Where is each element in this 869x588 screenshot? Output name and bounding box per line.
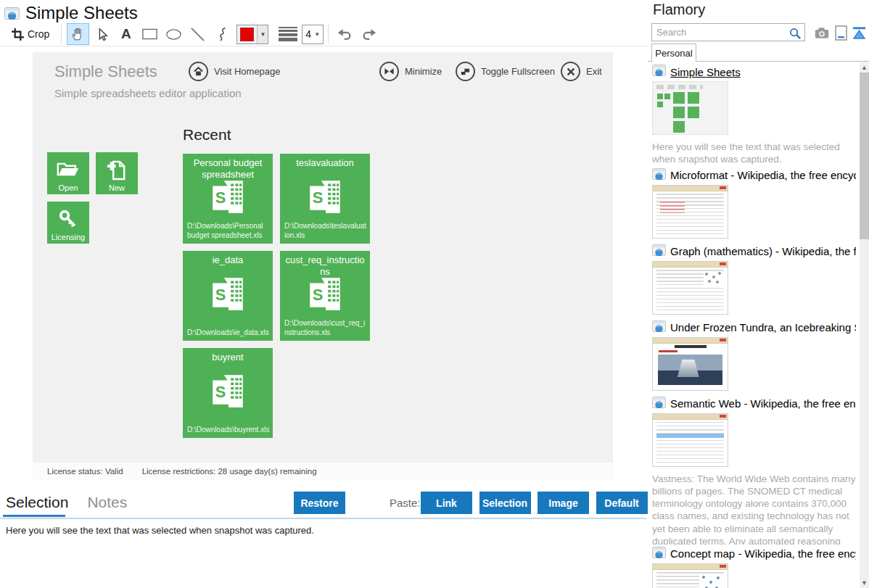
camera-icon[interactable] (814, 25, 830, 43)
scroll-top-icon[interactable] (852, 25, 867, 44)
svg-text:S: S (215, 189, 226, 207)
toggle-fullscreen-button[interactable]: Toggle Fullscreen (456, 62, 555, 81)
recent-heading: Recent (183, 126, 231, 144)
license-restrictions: License restrictions: 28 usage day(s) re… (142, 467, 317, 476)
toolbar-separator (61, 25, 62, 44)
color-swatch-button[interactable] (237, 25, 257, 44)
scrollbar-down-icon[interactable]: ▼ (860, 578, 869, 588)
pointer-tool-button[interactable] (91, 23, 113, 45)
minimize-icon (379, 62, 399, 81)
snapshot-title-link[interactable]: Concept map - Wikipedia, the free encycl… (670, 547, 856, 560)
hand-tool-button[interactable] (67, 23, 89, 45)
open-tile[interactable]: Open (47, 152, 89, 194)
licensing-tile-label: Licensing (52, 233, 85, 241)
rectangle-tool-button[interactable] (139, 23, 161, 45)
snapshot-title-link[interactable]: Simple Sheets (670, 66, 741, 78)
license-status: License status: Valid (47, 467, 123, 476)
snapshot-thumbnail[interactable] (652, 261, 728, 315)
stroke-size-dropdown[interactable]: 4 ▼ (302, 25, 324, 44)
recent-file-name: buyrent (187, 352, 268, 363)
snapshot-selection-text: Here you will see the text that was sele… (652, 141, 856, 166)
svg-text:S: S (313, 189, 324, 207)
recent-file-tile[interactable]: buyrent S D:\Downloads\buyrent.xls (183, 348, 273, 438)
app-tagline: Simple spreadsheets editor application (54, 87, 242, 99)
sidebar-scrollbar[interactable]: ▲ ▼ (860, 62, 869, 588)
licensing-tile[interactable]: Licensing (47, 202, 89, 244)
redo-button[interactable] (358, 23, 380, 45)
snapshot-item[interactable]: Microformat - Wikipedia, the free encycl… (652, 168, 856, 239)
spreadsheet-icon: S (208, 277, 247, 312)
tab-personal[interactable]: Personal (651, 44, 696, 62)
line-tool-icon (190, 27, 205, 42)
fullscreen-icon (456, 62, 475, 81)
scrollbar-up-icon[interactable]: ▲ (860, 62, 869, 73)
snapshot-window-icon (652, 547, 666, 561)
snapshot-item[interactable]: Concept map - Wikipedia, the free encycl… (652, 547, 856, 588)
recent-file-tile[interactable]: ie_data S D:\Downloads\ie_data.xls (183, 251, 273, 341)
new-tile[interactable]: New (96, 152, 138, 194)
snapshot-title-link[interactable]: Graph (mathematics) - Wikipedia, the fre… (670, 245, 856, 257)
restore-button[interactable]: Restore (294, 492, 345, 514)
toggle-fullscreen-label: Toggle Fullscreen (481, 66, 555, 77)
snapshot-thumbnail[interactable] (652, 185, 728, 239)
svg-text:S: S (215, 383, 226, 401)
snapshot-list: Simple Sheets Here you will see the text… (652, 62, 856, 588)
flamory-app-icon (4, 7, 20, 20)
snapshot-item[interactable]: Graph (mathematics) - Wikipedia, the fre… (652, 244, 856, 315)
rectangle-tool-icon (142, 28, 157, 40)
snapshot-thumbnail[interactable] (652, 413, 728, 467)
visit-homepage-button[interactable]: Visit Homepage (189, 62, 281, 81)
snapshot-thumbnail[interactable] (652, 81, 728, 135)
snapshot-title-link[interactable]: Microformat - Wikipedia, the free encycl… (670, 169, 856, 181)
search-input[interactable] (651, 23, 805, 41)
paste-link-button[interactable]: Link (421, 492, 472, 514)
exit-label: Exit (586, 66, 602, 77)
app-title: Simple Sheets (54, 62, 157, 81)
ellipse-tool-icon (166, 28, 181, 41)
visit-homepage-label: Visit Homepage (214, 66, 281, 77)
minimize-button[interactable]: Minimize (379, 62, 442, 81)
snapshot-window-icon (652, 168, 666, 183)
snapshot-window-icon (652, 397, 666, 411)
crop-button[interactable]: Crop (5, 23, 56, 45)
snapshot-item[interactable]: Semantic Web - Wikipedia, the free encyc… (652, 397, 856, 544)
close-x-icon (561, 62, 580, 81)
exit-button[interactable]: Exit (561, 62, 602, 81)
tab-notes[interactable]: Notes (87, 494, 127, 511)
recent-file-path: D:\Downloads\cust_req_instructions.xls (284, 319, 367, 337)
scrollbar-thumb[interactable] (860, 73, 869, 239)
line-tool-button[interactable] (186, 23, 209, 45)
tab-selection[interactable]: Selection (6, 494, 68, 511)
crop-label: Crop (28, 28, 49, 40)
freehand-tool-button[interactable] (210, 23, 233, 45)
ellipse-tool-button[interactable] (162, 23, 185, 45)
redo-icon (361, 27, 376, 41)
snapshot-item[interactable]: Simple Sheets Here you will see the text… (652, 65, 856, 166)
paste-selection-button[interactable]: Selection (479, 492, 531, 514)
license-bar: License status: Valid License restrictio… (33, 463, 613, 480)
size-dropdown-arrow: ▼ (314, 31, 320, 38)
recent-file-tile[interactable]: cust_req_instructions S D:\Downloads\cus… (280, 251, 370, 341)
recent-file-tile[interactable]: teslavaluation S D:\Downloads\teslavalua… (280, 154, 370, 244)
recent-file-tile[interactable]: Personal budget spreadsheet S D:\Downloa… (183, 154, 273, 244)
snapshot-window-icon (652, 244, 666, 259)
open-tile-label: Open (59, 183, 78, 192)
window-title: Simple Sheets (25, 3, 138, 23)
snapshot-preview[interactable]: Simple Sheets Simple spreadsheets editor… (33, 52, 613, 480)
paste-image-button[interactable]: Image (538, 492, 589, 514)
text-tool-button[interactable]: A (115, 23, 137, 45)
recent-file-path: D:\Downloads\ie_data.xls (187, 328, 270, 338)
color-dropdown-arrow[interactable]: ▼ (257, 25, 268, 44)
paste-default-button[interactable]: Default (596, 492, 648, 514)
snapshot-item[interactable]: Under Frozen Tundra, an Icebreaking Ship… (652, 320, 856, 391)
snapshot-title-link[interactable]: Under Frozen Tundra, an Icebreaking Ship… (670, 321, 856, 334)
home-icon (189, 62, 208, 81)
snapshot-thumbnail[interactable] (652, 337, 728, 391)
snapshot-title-link[interactable]: Semantic Web - Wikipedia, the free encyc… (670, 397, 856, 410)
minimize-label: Minimize (405, 66, 442, 77)
search-icon[interactable] (788, 27, 802, 43)
color-swatch (240, 28, 254, 41)
snapshot-thumbnail[interactable] (652, 563, 728, 588)
note-page-icon[interactable] (835, 25, 847, 44)
undo-button[interactable] (334, 23, 356, 45)
